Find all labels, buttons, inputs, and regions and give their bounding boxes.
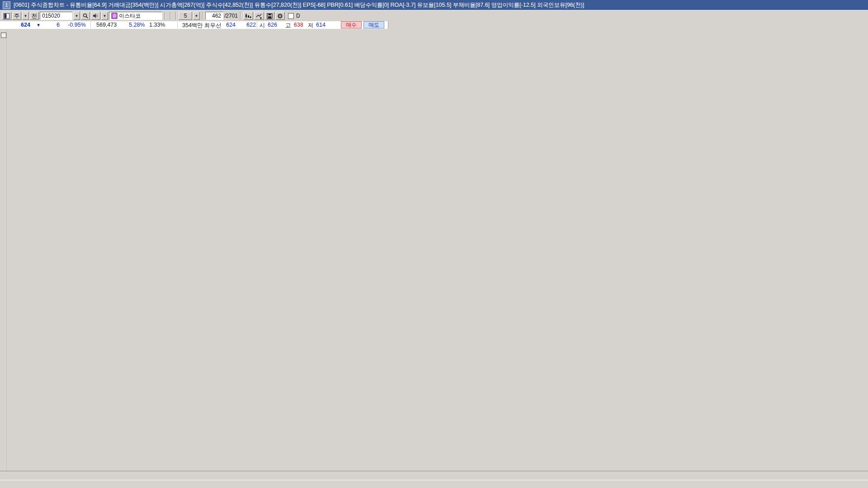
titlebar: 1 [0601] 주식종합차트 - 유통비율[64.9] 거래대금[354(백만… (0, 0, 868, 10)
best-bid: 622 (246, 22, 256, 28)
chart-mode-icon[interactable] (2, 12, 11, 20)
status-bar (0, 480, 868, 488)
window-title: [0601] 주식종합차트 - 유통비율[64.9] 거래대금[354(백만)]… (14, 1, 584, 9)
toolbar: 주 ▼ 전 015020 ▼ ▼ 증 이스타코 5 ▼ 462 /2701 (0, 10, 868, 22)
cycle-button[interactable]: 주 (12, 12, 21, 20)
best-ask: 624 (226, 22, 236, 28)
stock-type-badge: 증 (111, 13, 118, 19)
low-price: 614 (316, 22, 326, 28)
interval-combo-dropdown[interactable]: ▼ (193, 12, 200, 20)
chart-canvas[interactable] (0, 29, 868, 471)
add-trendline-icon[interactable] (254, 12, 264, 20)
gutter-icon[interactable] (1, 33, 6, 38)
best-quote-label: 최우선 (204, 22, 222, 29)
speaker-dropdown[interactable]: ▼ (101, 12, 108, 20)
stock-chart-window: 1 [0601] 주식종합차트 - 유통비율[64.9] 거래대금[354(백만… (0, 0, 868, 488)
d-checkbox[interactable] (288, 13, 294, 19)
stock-code-input[interactable]: 015020 (40, 12, 72, 20)
current-price: 624 (21, 22, 30, 28)
price-change: 6 (57, 22, 60, 28)
low-label: 저 (308, 22, 314, 29)
open-price: 626 (268, 22, 277, 28)
buy-button[interactable]: 매수 (341, 21, 362, 28)
stock-name: 이스타코 (119, 12, 141, 20)
interval-combo[interactable]: 5 (179, 12, 192, 20)
stock-name-field: 증 이스타코 (109, 12, 162, 20)
window-icon: 1 (3, 1, 10, 9)
prev-button[interactable]: 전 (30, 12, 39, 20)
speaker-icon[interactable] (91, 12, 100, 20)
price-info-panel: 624 ▼ 6 -0.95% 569,473 5.28% 1.33% 354백만… (0, 21, 388, 29)
ratio-pct: 1.33% (149, 22, 165, 28)
bar-counter-input[interactable]: 462 (205, 12, 223, 20)
volume: 569,473 (96, 22, 117, 28)
high-price: 638 (294, 22, 303, 28)
save-icon[interactable] (265, 12, 274, 20)
d-checkbox-label: D (296, 13, 300, 19)
left-gutter (0, 29, 7, 471)
open-label: 시 (259, 22, 265, 29)
sell-button[interactable]: 매도 (363, 21, 384, 28)
price-change-pct: -0.95% (68, 22, 86, 28)
code-dropdown[interactable]: ▼ (73, 12, 80, 20)
settings-gear-icon[interactable] (275, 12, 285, 20)
time-axis (0, 471, 868, 480)
price-arrow-icon: ▼ (36, 23, 41, 28)
infobar: 624 ▼ 6 -0.95% 569,473 5.28% 1.33% 354백만… (0, 21, 868, 29)
add-candle-icon[interactable] (243, 12, 253, 20)
cycle-dropdown[interactable]: ▼ (22, 12, 29, 20)
search-icon[interactable] (81, 12, 90, 20)
bar-counter-total: /2701 (224, 13, 238, 19)
trade-amount: 354백만 (182, 22, 203, 29)
turnover-pct: 5.28% (129, 22, 145, 28)
high-label: 고 (285, 22, 291, 29)
